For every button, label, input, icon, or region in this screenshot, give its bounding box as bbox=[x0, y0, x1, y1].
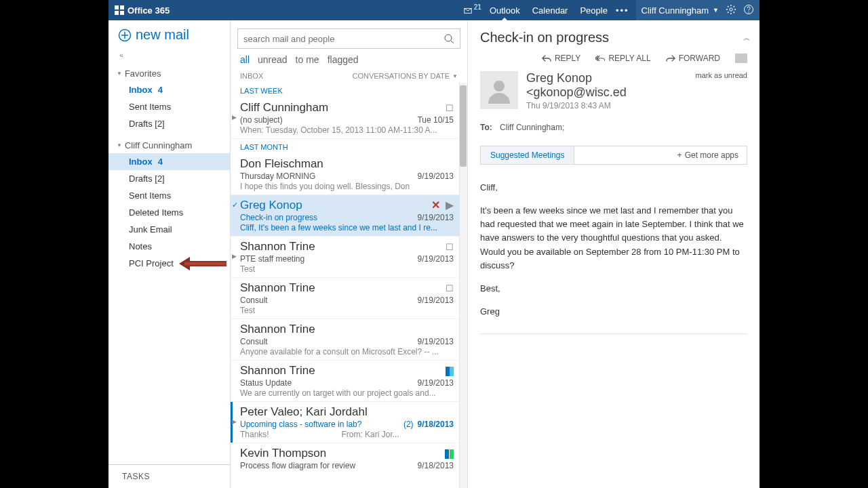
expand-caret-icon[interactable]: ▶ bbox=[232, 114, 237, 121]
search-icon[interactable] bbox=[443, 33, 454, 44]
collapse-reading-icon[interactable]: ︽ bbox=[743, 33, 747, 43]
reply-all-icon bbox=[595, 54, 605, 62]
message-item-unread[interactable]: ▶ Peter Valeo; Kari Jordahl Upcoming cla… bbox=[231, 402, 467, 443]
thread-count: (2) bbox=[403, 420, 414, 429]
sort-menu[interactable]: CONVERSATIONS BY DATE ▼ bbox=[352, 72, 458, 80]
caret-down-icon: ▼ bbox=[117, 70, 122, 77]
filter-all[interactable]: all bbox=[240, 54, 250, 65]
group-last-month: LAST MONTH bbox=[231, 139, 467, 154]
account-header[interactable]: ▼ Cliff Cunningham bbox=[108, 138, 230, 153]
filter-flagged[interactable]: flagged bbox=[328, 54, 359, 65]
brand-label: Office 365 bbox=[127, 5, 170, 16]
forward-button[interactable]: FORWARD bbox=[666, 54, 720, 63]
folder-inbox-fav[interactable]: Inbox 4 bbox=[108, 81, 230, 98]
svg-point-5 bbox=[730, 7, 732, 10]
caret-down-icon: ▼ bbox=[452, 73, 458, 79]
sender-avatar bbox=[480, 71, 518, 109]
folder-pci-project[interactable]: PCI Project bbox=[108, 255, 230, 272]
filter-unread[interactable]: unread bbox=[258, 54, 288, 65]
user-name: Cliff Cunningham bbox=[642, 5, 709, 16]
help-button[interactable] bbox=[743, 4, 754, 17]
nav-people[interactable]: People bbox=[578, 0, 608, 20]
inbox-count: 4 bbox=[158, 157, 163, 167]
category-icon bbox=[445, 448, 454, 459]
check-icon: ✓ bbox=[232, 201, 238, 209]
folder-deleted[interactable]: Deleted Items bbox=[108, 204, 230, 221]
new-mail-label: new mail bbox=[136, 27, 189, 43]
forward-icon bbox=[666, 54, 675, 62]
mail-stack-icon bbox=[463, 5, 473, 15]
new-mail-button[interactable]: new mail bbox=[108, 20, 230, 47]
calendar-icon: ☐ bbox=[446, 242, 454, 252]
scrollbar-track[interactable] bbox=[459, 83, 467, 488]
message-item[interactable]: Shannon Trine Consult9/19/2013 Anyone av… bbox=[231, 319, 467, 361]
top-nav: Outlook Calendar People bbox=[488, 0, 609, 20]
folder-inbox[interactable]: Inbox 4 bbox=[108, 153, 230, 170]
expand-caret-icon[interactable]: ▶ bbox=[232, 418, 237, 425]
caret-down-icon: ▼ bbox=[713, 7, 719, 14]
get-more-apps-button[interactable]: +Get more apps bbox=[669, 146, 747, 164]
svg-rect-2 bbox=[115, 11, 119, 15]
reply-all-button[interactable]: REPLY ALL bbox=[595, 54, 650, 63]
suggested-meetings-tab[interactable]: Suggested Meetings bbox=[481, 146, 574, 164]
svg-point-9 bbox=[445, 35, 452, 41]
svg-point-10 bbox=[494, 81, 505, 92]
message-item[interactable]: ▶ Shannon Trine☐ PTE staff meeting9/19/2… bbox=[231, 237, 467, 278]
user-menu[interactable]: Cliff Cunningham ▼ bbox=[642, 5, 719, 16]
group-last-week: LAST WEEK bbox=[231, 83, 467, 98]
favorites-label: Favorites bbox=[125, 68, 161, 79]
svg-rect-0 bbox=[115, 5, 119, 9]
reply-button[interactable]: REPLY bbox=[542, 54, 580, 63]
collapse-sidebar-button[interactable]: « bbox=[108, 47, 230, 63]
more-actions-button[interactable] bbox=[735, 54, 747, 63]
user-area: Cliff Cunningham ▼ bbox=[636, 0, 760, 20]
office-icon bbox=[114, 5, 125, 16]
recipients-row: To: Cliff Cunningham; bbox=[480, 123, 747, 132]
to-value: Cliff Cunningham; bbox=[500, 123, 564, 132]
to-label: To: bbox=[480, 123, 492, 132]
folder-junk[interactable]: Junk Email bbox=[108, 221, 230, 238]
filter-tome[interactable]: to me bbox=[296, 54, 319, 65]
message-item[interactable]: Shannon Trine Status Update9/19/2013 We … bbox=[231, 361, 467, 402]
top-bar: Office 365 21 Outlook Calendar People ••… bbox=[108, 0, 760, 20]
scrollbar-thumb[interactable] bbox=[460, 85, 467, 167]
message-actions: REPLY REPLY ALL FORWARD bbox=[480, 45, 747, 68]
nav-calendar[interactable]: Calendar bbox=[531, 0, 570, 20]
notification-badge[interactable]: 21 bbox=[463, 5, 481, 15]
message-subject: Check-in on progress bbox=[480, 30, 609, 45]
help-icon bbox=[743, 4, 754, 15]
svg-rect-1 bbox=[120, 5, 124, 9]
delete-icon[interactable]: ✕ bbox=[431, 199, 440, 211]
gear-icon bbox=[726, 4, 736, 15]
folder-drafts-fav[interactable]: Drafts [2] bbox=[108, 115, 230, 132]
message-item-selected[interactable]: ✓ ✕ ▶ Greg Konop Check-in on progress9/1… bbox=[231, 195, 467, 237]
office-365-logo[interactable]: Office 365 bbox=[114, 5, 170, 16]
message-item[interactable]: Don Fleischman Thursday MORNING9/19/2013… bbox=[231, 154, 467, 195]
expand-caret-icon[interactable]: ▶ bbox=[232, 253, 237, 260]
folder-drafts[interactable]: Drafts [2] bbox=[108, 170, 230, 187]
account-label: Cliff Cunningham bbox=[125, 140, 192, 150]
tasks-bar[interactable]: TASKS bbox=[108, 464, 230, 488]
nav-outlook[interactable]: Outlook bbox=[488, 0, 521, 20]
search-box[interactable] bbox=[237, 28, 460, 49]
reading-pane: Check-in on progress ︽ REPLY REPLY ALL F… bbox=[468, 20, 760, 488]
filter-row: all unread to me flagged bbox=[231, 53, 467, 69]
settings-button[interactable] bbox=[726, 4, 736, 17]
mark-as-unread-link[interactable]: mark as unread bbox=[696, 71, 747, 79]
nav-more[interactable]: ••• bbox=[616, 5, 629, 16]
folder-sent[interactable]: Sent Items bbox=[108, 187, 230, 204]
person-icon bbox=[486, 77, 513, 104]
message-list-pane: all unread to me flagged INBOX CONVERSAT… bbox=[231, 20, 468, 488]
flag-icon[interactable]: ▶ bbox=[446, 199, 454, 211]
search-input[interactable] bbox=[243, 34, 443, 44]
folder-sent-fav[interactable]: Sent Items bbox=[108, 98, 230, 115]
inbox-count: 4 bbox=[158, 85, 163, 95]
message-item[interactable]: Shannon Trine☐ Consult9/19/2013 Test bbox=[231, 278, 467, 319]
plus-circle-icon bbox=[118, 28, 132, 42]
category-icon bbox=[446, 365, 454, 376]
annotation-arrow bbox=[172, 259, 226, 268]
message-item[interactable]: ▶ Cliff Cunningham☐ (no subject)Tue 10/1… bbox=[231, 98, 467, 139]
folder-notes[interactable]: Notes bbox=[108, 238, 230, 255]
favorites-header[interactable]: ▼ Favorites bbox=[108, 66, 230, 81]
message-item[interactable]: Kevin Thompson Process flow diagram for … bbox=[231, 443, 467, 474]
